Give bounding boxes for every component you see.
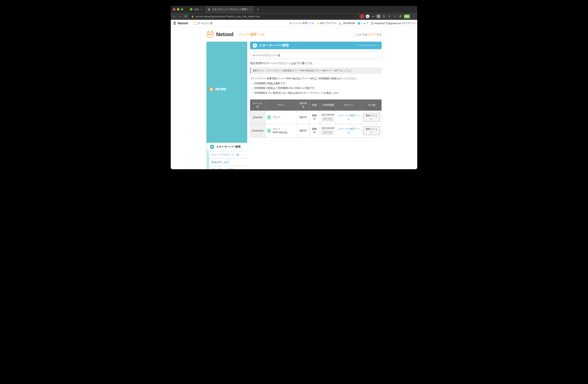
th-plan: プラン <box>265 99 297 111</box>
menu-icon[interactable]: ⋮ <box>412 15 415 18</box>
table-row: y2server ★フリー 契約中 稼動中 2021/04/30無料更新 サーバ… <box>250 111 382 124</box>
contract-unit: 契約中 <box>297 111 309 124</box>
tab-starserver[interactable]: 🦉 スターサーバー /アカウント管理ツ × <box>205 6 254 13</box>
tab-qiita[interactable]: Qiita × <box>187 6 205 13</box>
browser-toolbar: ← → ⟳ 🔒 secure.netowl.jp/starserver/?act… <box>171 13 417 20</box>
close-icon[interactable]: × <box>250 8 252 11</box>
th-login: ログイン <box>336 99 361 111</box>
sidebar-starserver[interactable]: S スターサーバー管理 <box>207 143 247 151</box>
brand-large: Netowl メンバー管理ツール <box>206 31 265 38</box>
star-badge-icon: ★ <box>267 129 271 133</box>
back-button[interactable]: ← <box>173 15 176 18</box>
star-icon <box>317 22 319 25</box>
site-topnav: 🦉 Netowl サービス一覧 メンバー管理ツール 紹介プログラム Q&A掲示板… <box>171 20 417 27</box>
server-tool-link[interactable]: サーバー管理ツール <box>338 127 360 134</box>
new-tab-button[interactable]: + <box>254 7 261 12</box>
th-id: サーバーID <box>250 99 265 111</box>
ext-icon[interactable]: 📷 <box>382 15 386 18</box>
status: 稼動中 <box>309 111 320 124</box>
star-icon: S <box>210 145 214 149</box>
star-badge-icon: ★ <box>267 115 271 119</box>
sidebar: 📄 契約管理 S スターサーバー管理 サーバーアカウント一覧 新規お申し込み S… <box>206 42 247 169</box>
contract-menu-button[interactable]: 契約メニュー <box>363 126 380 135</box>
browser-tabs: Qiita × 🦉 スターサーバー /アカウント管理ツ × + <box>187 6 261 13</box>
maximize-window[interactable] <box>181 8 183 11</box>
info-icon: i <box>358 22 360 25</box>
username: yj2222 <box>368 33 376 36</box>
referral-link[interactable]: 紹介プログラム <box>317 21 337 25</box>
star-icon: S <box>253 43 257 48</box>
forward-button[interactable]: → <box>179 15 182 18</box>
tab-label: スターサーバー /アカウント管理ツ <box>212 8 249 11</box>
renew-button[interactable]: 無料更新 <box>322 130 334 135</box>
svg-point-2 <box>210 34 212 35</box>
service-site-link[interactable]: ⇒ サービスサイトへ <box>357 44 379 47</box>
ext-icon[interactable] <box>360 15 364 18</box>
greeting: こんにちは yj2222 さん <box>355 33 382 36</box>
bookmark-star-icon[interactable]: ☆ <box>354 15 356 18</box>
close-icon[interactable]: × <box>201 8 202 11</box>
sidebar-sub-accounts[interactable]: サーバーアカウント一覧 <box>209 151 247 158</box>
server-table: サーバーID プラン 契約単位 状態 ご利用期限 ログイン その他 <box>250 99 382 137</box>
status: 稼動中 <box>309 124 320 137</box>
help-link[interactable]: iヘルプ <box>358 21 368 25</box>
th-other: その他 <box>361 99 381 111</box>
lock-icon <box>371 22 374 25</box>
ext-icon[interactable]: OFF <box>371 15 375 18</box>
browser-titlebar: Qiita × 🦉 スターサーバー /アカウント管理ツ × + <box>171 6 417 13</box>
member-tool-link[interactable]: メンバー管理ツール <box>290 21 314 25</box>
plan-name: フリー PHP+MySQL <box>273 127 295 134</box>
ext-icon[interactable]: G <box>377 15 380 18</box>
address-bar[interactable]: 🔒 secure.netowl.jp/starserver/?action_us… <box>189 14 358 19</box>
services-label: サービス一覧 <box>198 21 213 25</box>
qa-link[interactable]: Q&A掲示板 <box>339 21 355 25</box>
main-content: S スターサーバー管理 ⇒ サービスサイトへ サーバーアカウント一覧 現在管理中… <box>247 42 382 143</box>
expiry-cell: 2021/04/30無料更新 <box>320 124 336 137</box>
ext-icon[interactable]: ● <box>366 15 369 18</box>
brand-name: Netowl <box>216 31 233 38</box>
window-controls <box>173 8 183 11</box>
plan-name: フリー <box>273 115 280 119</box>
server-id: y2server <box>250 111 265 124</box>
sidebar-sub-new[interactable]: 新規お申し込み <box>209 159 247 166</box>
ext-icon[interactable]: ✦ <box>393 15 397 18</box>
th-expiry: ご利用期限 <box>320 99 336 111</box>
panel-title: サーバーアカウント一覧 <box>250 52 382 59</box>
notes: フリー/フリー 容量増加/フリー PHP+MySQL/フリー WPはご利用期限の… <box>250 76 382 96</box>
extension-icons: ● OFF G 📷 ⬇ ✦ 🧩 増島 ⋮ <box>360 15 415 18</box>
document-icon: 📄 <box>209 87 213 91</box>
close-window[interactable] <box>173 8 175 11</box>
th-status: 状態 <box>309 99 320 111</box>
ext-icon[interactable]: 🧩 <box>399 15 402 18</box>
pencil-icon <box>339 22 342 25</box>
url-text: secure.netowl.jp/starserver/?action_user… <box>195 15 260 18</box>
tab-label: Qiita <box>194 8 199 11</box>
minimize-window[interactable] <box>177 8 179 11</box>
page-title-bar: S スターサーバー管理 ⇒ サービスサイトへ <box>250 42 382 49</box>
account-email[interactable]: masjima2712@gmail.com (ログアウト) <box>371 21 415 25</box>
plan-note-bar: 無料プラン（フリー/フリー 容量増加/フリー PHP+MySQL/フリー WP/… <box>250 68 382 74</box>
owl-icon: 🦉 <box>173 21 177 25</box>
sidebar-sub-sslopt[interactable]: SSLオプション購入 <box>209 166 247 169</box>
netowl-favicon: 🦉 <box>208 8 210 11</box>
logout-link[interactable]: (ログアウト) <box>402 21 415 25</box>
table-row: y2serverw ★フリー PHP+MySQL 契約中 稼動中 2021/04… <box>250 124 382 137</box>
svg-rect-0 <box>207 32 213 37</box>
gear-icon <box>290 22 292 25</box>
profile-avatar[interactable]: 増島 <box>404 15 410 18</box>
lock-icon: 🔒 <box>191 15 194 18</box>
sidebar-contract[interactable]: 📄 契約管理 <box>206 42 247 143</box>
reload-button[interactable]: ⟳ <box>184 15 187 18</box>
brand-small[interactable]: 🦉 Netowl <box>173 21 188 25</box>
renew-button[interactable]: 無料更新 <box>322 117 334 121</box>
brand-text: Netowl <box>178 21 188 25</box>
th-unit: 契約単位 <box>297 99 309 111</box>
contract-menu-button[interactable]: 契約メニュー <box>363 113 380 122</box>
expiry-cell: 2021/04/30無料更新 <box>320 111 336 124</box>
ext-icon[interactable]: ⬇ <box>388 15 391 18</box>
brand-subtitle: メンバー管理ツール <box>238 33 265 36</box>
services-menu[interactable]: サービス一覧 <box>194 21 213 25</box>
server-id: y2serverw <box>250 124 265 137</box>
description: 現在管理中のサーバーアカウントは以下の通りです。 <box>250 62 382 65</box>
server-tool-link[interactable]: サーバー管理ツール <box>338 114 360 120</box>
